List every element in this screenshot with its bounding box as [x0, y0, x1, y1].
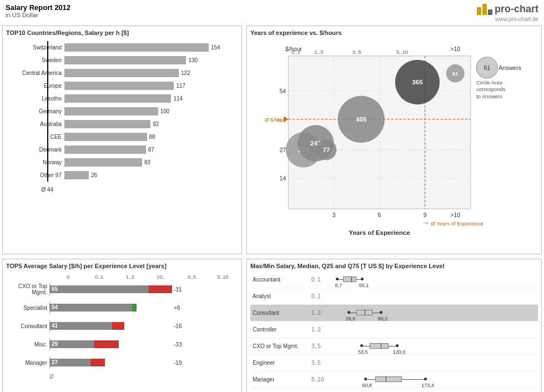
bar-label: Norway [6, 159, 62, 165]
top10-title: TOP10 Countries/Regions, Salary per h [$… [6, 29, 238, 36]
avg-label: Ø 44 [41, 187, 53, 193]
bar-fill [64, 82, 174, 90]
bar-value-label: 130 [188, 57, 198, 63]
top5-row-label: CXO or Top Mgmt. [6, 283, 49, 295]
header: Salary Report 2012 in US Dollar pro-char… [0, 0, 544, 23]
top5-title: TOP5 Average Salary [$/h] per Experience… [6, 263, 238, 269]
bar-row: Germany100 [64, 105, 238, 117]
bar-row: Australia92 [64, 118, 238, 130]
svg-marker-13 [284, 117, 288, 123]
maxmin-chart-area [333, 389, 538, 393]
svg-text:Answers: Answers [498, 64, 521, 71]
maxmin-chart-area [333, 289, 538, 304]
svg-text:61: 61 [452, 71, 459, 77]
scatter-svg: $/hourØ $/hour41369>10142754→Ø Years of … [250, 38, 538, 238]
maxmin-chart-area [333, 323, 538, 337]
maxmin-row: Consultant1..329,990,2 [250, 305, 538, 321]
bar-value-label: 100 [160, 108, 170, 114]
maxmin-chart-area: 29,990,2 [333, 306, 538, 320]
svg-text:27: 27 [279, 147, 286, 153]
top5-header: 00..11..310..3..55..10 [8, 274, 238, 280]
bar-row: Denmark87 [64, 143, 238, 155]
svg-text:>10: >10 [450, 46, 460, 52]
title-line2: in US Dollar [6, 12, 70, 18]
bar-label: Europe [6, 83, 62, 89]
scatter-panel: Years of experience vs. $/hours $/hourØ … [246, 26, 542, 254]
bar-row: Norway83 [64, 156, 238, 168]
maxmin-row: Analyst0..1 [250, 288, 538, 305]
top5-bar-area: 27 [49, 356, 172, 369]
top5-row: Misc.29-33 [6, 336, 238, 353]
maxmin-chart-area: 60,8173,4 [333, 373, 538, 387]
bar-label: Central America [6, 70, 62, 76]
bar-fill [64, 120, 150, 128]
page-wrapper: Salary Report 2012 in US Dollar pro-char… [0, 0, 544, 392]
bar-fill [64, 56, 186, 64]
top10-chart: Switzerland154Sweden130Central America12… [6, 38, 238, 195]
top5-diff-label: -31 [174, 287, 190, 293]
maxmin-row: Misc.5..10 [250, 388, 538, 392]
bar-row: Lesotho114 [64, 92, 238, 104]
bar-fill [64, 158, 142, 167]
scatter-title: Years of experience vs. $/hours [250, 29, 538, 36]
top5-row-label: Misc. [6, 341, 49, 348]
bar-value-label: 26 [91, 172, 97, 178]
maxmin-exp: 1..3 [311, 326, 333, 333]
maxmin-row: CXO or Top Mgmt.3..553,5120,0 [250, 338, 538, 355]
svg-text:→: → [421, 218, 430, 227]
maxmin-exp: 1..3 [311, 310, 333, 316]
maxmin-exp: 0..1 [311, 277, 333, 283]
logo-area: pro-chart www.pro-chart.de [477, 3, 538, 22]
top5-row-label: Consultant [6, 323, 49, 329]
bar-label: Sweden [6, 57, 62, 63]
top5-bar-area: 41 [49, 320, 172, 332]
svg-text:Years of Experience: Years of Experience [349, 229, 410, 236]
svg-text:to Answers: to Answers [476, 93, 502, 99]
bar-row: Other 9726 [64, 169, 238, 181]
maxmin-row: Controller1..3 [250, 321, 538, 338]
svg-text:5..10: 5..10 [396, 49, 408, 55]
maxmin-category: Accountant [250, 277, 311, 283]
bar-fill [64, 133, 147, 141]
bar-fill [64, 107, 158, 115]
bar-label: Other 97 [6, 172, 62, 178]
bar-row: CEE88 [64, 130, 238, 143]
svg-text:405: 405 [356, 115, 367, 123]
top5-bar-area: 65 [49, 283, 172, 295]
svg-text:61: 61 [483, 64, 490, 71]
svg-text:6: 6 [378, 212, 381, 218]
maxmin-row: Accountant0..18,755,1 [250, 272, 538, 288]
maxmin-row: Engineer3..5 [250, 355, 538, 371]
bar-value-label: 88 [149, 134, 155, 140]
top5-bar-area: 54 [49, 301, 172, 314]
bar-value-label: 87 [148, 147, 154, 153]
top10-panel: TOP10 Countries/Regions, Salary per h [$… [2, 26, 242, 254]
bar-fill [64, 43, 209, 52]
bar-label: Switzerland [6, 44, 62, 51]
maxmin-chart-area: 8,755,1 [333, 273, 538, 287]
maxmin-title: Max/Min Salary, Median, Q25 and Q75 [T U… [250, 263, 538, 269]
bar-label: Lesotho [6, 96, 62, 102]
top5-chart: 00..11..310..3..55..10CXO or Top Mgmt.65… [6, 272, 238, 380]
bar-value-label: 92 [153, 121, 159, 127]
maxmin-row: Manager5..1060,8173,4 [250, 371, 538, 388]
bar-fill [64, 171, 89, 179]
svg-text:77: 77 [323, 146, 330, 153]
title-line1: Salary Report 2012 [6, 3, 70, 12]
bar-value-label: 122 [181, 70, 190, 76]
top5-row-label: Specialist [6, 305, 49, 311]
bar-value-label: 83 [144, 159, 150, 165]
bar-row: Sweden130 [64, 54, 238, 66]
avg-line [47, 41, 48, 182]
top5-row: Manager27-19 [6, 354, 238, 371]
svg-text:>10: >10 [450, 212, 460, 218]
top5-row: Specialist54+6 [6, 299, 238, 316]
top5-bar-area: 29 [49, 338, 172, 350]
bar-label: CEE [6, 134, 62, 140]
maxmin-chart: Accountant0..18,755,1Analyst0..1Consulta… [250, 272, 538, 392]
maxmin-category: Consultant [250, 310, 311, 316]
bar-label: Denmark [6, 147, 62, 153]
top5-diff-label: -33 [174, 341, 190, 348]
maxmin-exp: 5..10 [311, 376, 333, 383]
scatter-chart: $/hourØ $/hour41369>10142754→Ø Years of … [250, 38, 538, 238]
